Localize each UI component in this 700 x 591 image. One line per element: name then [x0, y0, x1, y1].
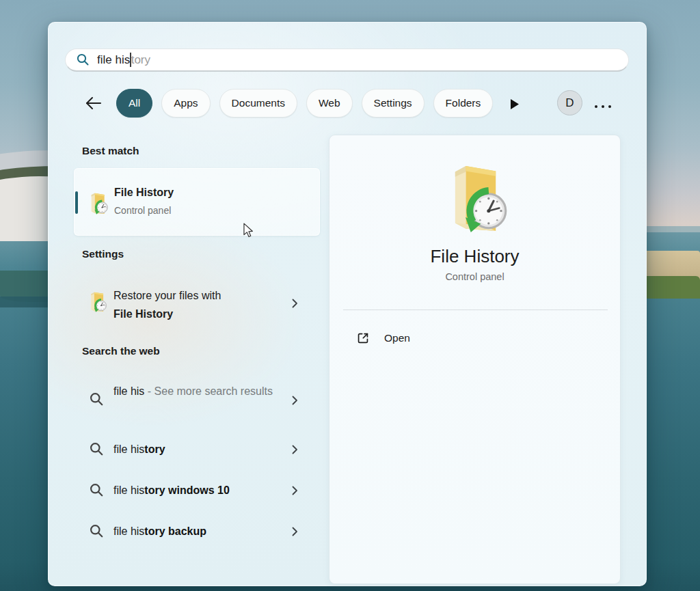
best-match-header: Best match: [82, 145, 139, 157]
search-icon: [90, 392, 104, 407]
file-history-icon: [87, 292, 107, 312]
more-filters-button[interactable]: [509, 96, 526, 111]
tab-all[interactable]: All: [116, 89, 152, 118]
tab-label: Documents: [232, 97, 285, 109]
tab-documents[interactable]: Documents: [219, 89, 297, 118]
arrow-left-icon: [85, 96, 103, 111]
chevron-right-icon: [290, 298, 300, 309]
tab-label: Settings: [374, 97, 412, 109]
search-icon: [90, 524, 104, 538]
avatar-letter: D: [565, 96, 574, 110]
file-history-icon: [87, 193, 109, 215]
settings-line1: Restore your files with: [113, 290, 221, 301]
suggestion-query: file his: [113, 443, 144, 455]
file-history-icon-large: [441, 165, 509, 233]
tab-folders[interactable]: Folders: [433, 89, 494, 118]
suggestion-query: file his: [113, 484, 144, 496]
suggestion-query: file his: [113, 385, 144, 397]
search-icon: [77, 53, 90, 66]
search-icon: [90, 483, 104, 497]
chevron-right-icon: [290, 485, 300, 496]
suggestion-text: file history backup: [113, 522, 280, 541]
divider: [343, 310, 608, 310]
tab-label: All: [129, 97, 140, 109]
suggestion-completion: tory windows 10: [144, 484, 229, 496]
search-input[interactable]: file history: [65, 49, 629, 72]
mouse-cursor: [241, 223, 255, 238]
tab-label: Folders: [446, 97, 481, 109]
result-subtitle: Control panel: [114, 205, 171, 216]
chevron-right-icon: [290, 395, 300, 406]
chevron-right-icon: [290, 526, 300, 537]
selection-accent-bar: [75, 191, 78, 214]
open-label: Open: [384, 332, 410, 344]
chevron-right-icon: [290, 444, 300, 455]
play-triangle-icon: [509, 98, 520, 110]
suggestion-completion: tory backup: [144, 525, 206, 537]
open-action[interactable]: Open: [357, 332, 410, 344]
preview-subtitle: Control panel: [329, 271, 620, 282]
settings-line2: File History: [113, 308, 173, 320]
preview-title: File History: [329, 246, 620, 267]
search-web-header: Search the web: [82, 345, 160, 357]
suggestion-text: file his - See more search results: [113, 382, 280, 401]
ellipsis-icon: [593, 104, 614, 109]
tab-settings[interactable]: Settings: [362, 89, 425, 118]
suggestion-completion: tory: [144, 443, 165, 455]
tab-web[interactable]: Web: [306, 89, 353, 118]
preview-panel: File History Control panel Open: [329, 135, 621, 584]
search-autocomplete-text: tory: [131, 53, 150, 67]
suggestion-text: file history windows 10: [113, 481, 280, 500]
settings-result-text: Restore your files withFile History: [113, 286, 278, 323]
settings-header: Settings: [82, 248, 124, 260]
filter-tabs: All Apps Documents Web Settings Folders: [116, 88, 494, 118]
suggestion-text: file history: [113, 440, 280, 459]
suggestion-note: - See more search results: [144, 385, 273, 397]
tab-apps[interactable]: Apps: [161, 89, 210, 118]
search-typed-text: file his: [97, 53, 130, 67]
tab-label: Web: [319, 97, 340, 109]
desktop: file history All Apps Documents Web Sett…: [0, 0, 700, 591]
result-title: File History: [114, 187, 174, 199]
tab-label: Apps: [174, 97, 198, 109]
external-link-icon: [357, 332, 369, 344]
user-avatar[interactable]: D: [557, 90, 582, 115]
suggestion-query: file his: [113, 525, 144, 537]
more-options-button[interactable]: [593, 100, 614, 112]
search-icon: [90, 442, 104, 456]
back-button[interactable]: [83, 93, 104, 113]
best-match-result[interactable]: File History Control panel: [74, 168, 320, 236]
